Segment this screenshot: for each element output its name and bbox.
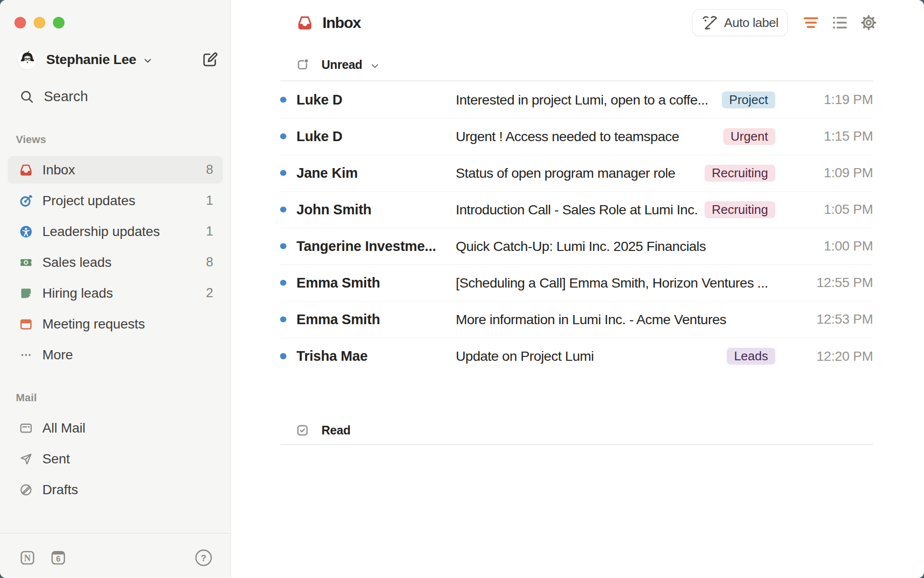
read-section-header[interactable]: Read xyxy=(231,418,924,443)
sidebar-item-label: Drafts xyxy=(42,482,78,498)
sidebar-item-hiring-leads[interactable]: Hiring leads 2 xyxy=(8,279,223,307)
svg-text:N: N xyxy=(24,553,31,563)
mail-nav: All Mail Sent Drafts xyxy=(8,414,223,507)
traffic-lights xyxy=(14,17,64,28)
sidebar-item-drafts[interactable]: Drafts xyxy=(8,476,223,503)
list-view-button[interactable] xyxy=(831,13,849,32)
mail-sender: Emma Smith xyxy=(296,275,456,291)
mail-subject: Quick Catch-Up: Lumi Inc. 2025 Financial… xyxy=(456,238,775,254)
sidebar-item-count: 1 xyxy=(206,224,213,239)
inbox-icon xyxy=(19,163,33,177)
mail-row[interactable]: Tangerine Investme... Quick Catch-Up: Lu… xyxy=(281,228,873,265)
chevron-down-icon xyxy=(142,55,154,66)
sidebar-footer-divider xyxy=(0,533,231,534)
mail-subject: Interested in project Lumi, open to a co… xyxy=(456,92,714,108)
filter-button[interactable] xyxy=(802,13,820,32)
mail-sender: Jane Kim xyxy=(296,165,456,181)
avatar xyxy=(18,50,37,69)
main-header: Inbox Auto label xyxy=(231,0,924,45)
sidebar-item-label: Leadership updates xyxy=(42,224,160,239)
gear-icon xyxy=(860,14,877,31)
unread-icon xyxy=(296,58,309,71)
unread-dot xyxy=(280,280,286,286)
calendar-day-number: 6 xyxy=(56,554,60,563)
search-button[interactable]: Search xyxy=(19,88,88,105)
mail-subject: Urgent ! Access needed to teamspace xyxy=(456,129,716,144)
unread-dot xyxy=(280,170,286,176)
minimize-button[interactable] xyxy=(34,17,45,28)
settings-button[interactable] xyxy=(860,13,878,32)
mail-tag[interactable]: Leads xyxy=(727,348,775,365)
mail-tag[interactable]: Recruiting xyxy=(705,165,775,182)
mail-sender: Luke D xyxy=(296,92,456,108)
sidebar-item-sales-leads[interactable]: Sales leads 8 xyxy=(8,249,223,276)
auto-label-button[interactable]: Auto label xyxy=(692,9,788,36)
app-window: Stephanie Lee Search Views Inbox xyxy=(0,0,924,578)
mail-row[interactable]: Luke D Urgent ! Access needed to teamspa… xyxy=(281,118,873,155)
mail-tag[interactable]: Project xyxy=(722,92,775,108)
sidebar-item-label: Sales leads xyxy=(42,255,112,270)
mail-tag[interactable]: Recruiting xyxy=(705,201,775,218)
mail-time: 1:05 PM xyxy=(775,202,873,217)
unread-dot xyxy=(280,243,286,250)
mail-row[interactable]: John Smith Introduction Call - Sales Rol… xyxy=(281,192,873,228)
unread-section-label: Unread xyxy=(321,58,362,72)
help-icon[interactable]: ? xyxy=(195,549,212,566)
sidebar-item-project-updates[interactable]: Project updates 1 xyxy=(8,187,223,214)
send-icon xyxy=(19,452,33,466)
mail-sender: Luke D xyxy=(296,129,456,144)
close-button[interactable] xyxy=(14,17,26,28)
compose-button[interactable] xyxy=(202,52,218,68)
account-switcher[interactable]: Stephanie Lee xyxy=(18,50,218,69)
mail-sender: Trisha Mae xyxy=(296,348,456,364)
mail-time: 1:09 PM xyxy=(775,165,873,181)
banknote-icon xyxy=(19,256,33,269)
sidebar-footer: N 6 ? xyxy=(19,549,212,566)
unread-divider xyxy=(281,80,873,81)
sidebar-item-leadership-updates[interactable]: Leadership updates 1 xyxy=(8,218,223,245)
mail-time: 12:53 PM xyxy=(775,312,873,327)
mail-subject: Update on Project Lumi xyxy=(456,348,719,364)
sidebar-item-meeting-requests[interactable]: Meeting requests xyxy=(8,310,223,338)
mail-row[interactable]: Luke D Interested in project Lumi, open … xyxy=(281,82,873,118)
user-name: Stephanie Lee xyxy=(46,52,136,67)
search-icon xyxy=(19,89,34,104)
notion-calendar-icon[interactable]: 6 xyxy=(50,550,66,566)
mail-row[interactable]: Trisha Mae Update on Project Lumi Leads … xyxy=(281,338,873,375)
notion-logo-icon[interactable]: N xyxy=(19,550,36,566)
mail-sender: Emma Smith xyxy=(296,312,456,328)
mail-row[interactable]: Emma Smith [Scheduling a Call] Emma Smit… xyxy=(281,265,873,302)
mail-row[interactable]: Jane Kim Status of open program manager … xyxy=(281,155,873,192)
sidebar-item-label: Sent xyxy=(42,451,70,467)
sidebar-item-label: More xyxy=(42,347,73,363)
target-icon xyxy=(19,194,33,208)
unread-mail-list: Luke D Interested in project Lumi, open … xyxy=(281,82,873,375)
search-label: Search xyxy=(44,89,88,105)
sidebar-item-more[interactable]: More xyxy=(8,341,223,368)
zoom-button[interactable] xyxy=(53,17,64,28)
mail-row[interactable]: Emma Smith More information in Lumi Inc.… xyxy=(281,302,873,338)
mail-tag[interactable]: Urgent xyxy=(723,128,775,145)
drafts-icon xyxy=(19,483,33,497)
mail-time: 12:55 PM xyxy=(775,275,873,290)
unread-dot xyxy=(280,353,286,359)
unread-section-header[interactable]: Unread xyxy=(231,52,924,77)
calendar-icon xyxy=(19,317,33,331)
mail-subject: More information in Lumi Inc. - Acme Ven… xyxy=(456,312,775,328)
sidebar-item-all-mail[interactable]: All Mail xyxy=(8,414,223,442)
mail-time: 12:20 PM xyxy=(775,349,873,364)
sidebar-item-count: 2 xyxy=(206,286,213,301)
mail-time: 1:00 PM xyxy=(775,238,873,254)
views-nav: Inbox 8 Project updates 1 L xyxy=(8,156,223,372)
mail-sender: John Smith xyxy=(296,202,456,218)
sidebar-item-inbox[interactable]: Inbox 8 xyxy=(8,156,223,184)
read-checkbox-icon xyxy=(296,424,309,437)
unread-dot xyxy=(280,133,286,140)
sidebar-item-label: Inbox xyxy=(42,162,75,178)
read-section-label: Read xyxy=(321,423,350,437)
sidebar-item-sent[interactable]: Sent xyxy=(8,445,223,473)
sidebar-item-label: All Mail xyxy=(42,420,85,436)
sticky-note-icon xyxy=(19,287,33,300)
main-panel: Inbox Auto label xyxy=(231,0,924,578)
person-icon xyxy=(19,225,33,238)
